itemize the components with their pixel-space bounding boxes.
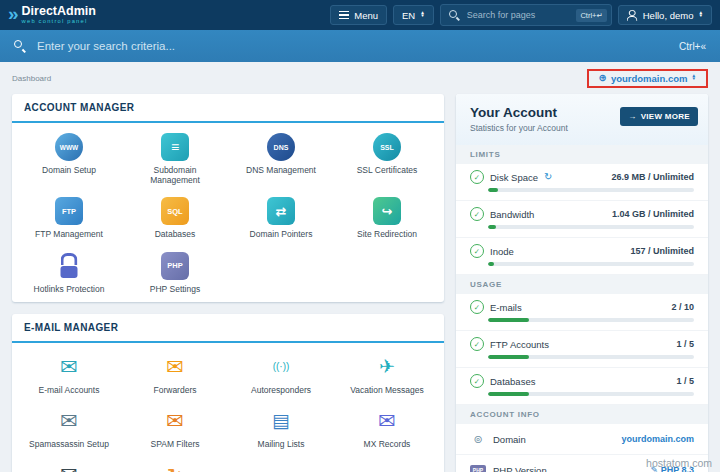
tool-spam-filters[interactable]: ✉SPAM Filters	[122, 407, 228, 449]
search-icon	[14, 40, 26, 52]
dns-management-icon: DNS	[267, 133, 295, 161]
language-selector[interactable]: EN ▲▼	[393, 5, 434, 25]
tool-ssl-certificates[interactable]: SSLSSL Certificates	[334, 133, 440, 185]
progress-bar	[488, 188, 694, 192]
stat-row-e-mails: ✓E-mails2 / 10	[456, 294, 708, 331]
check-circle-icon: ✓	[470, 300, 484, 314]
info-row-domain: ⊚Domainyourdomain.com	[456, 424, 708, 455]
tool-e-mail-tracking[interactable]: ✉E-mail Tracking	[16, 461, 122, 472]
view-more-button[interactable]: → VIEW MORE	[620, 107, 698, 126]
directadmin-logo-icon: »	[8, 4, 17, 26]
nav-search-shortcut: Ctrl+↵	[576, 9, 606, 22]
stat-row-bandwidth: ✓Bandwidth1.04 GB / Unlimited	[456, 201, 708, 238]
progress-bar	[488, 225, 694, 229]
stat-label: Inode	[490, 246, 514, 257]
tool-label: Subdomain Management	[132, 165, 218, 185]
chevron-updown-icon: ▲▼	[420, 12, 425, 18]
tool-label: Mailing Lists	[258, 439, 305, 449]
search-icon	[449, 10, 460, 21]
user-menu-button[interactable]: Hello, demo ▲▼	[618, 5, 712, 25]
tool-domain-setup[interactable]: WWWDomain Setup	[16, 133, 122, 185]
check-circle-icon: ✓	[470, 170, 484, 184]
brand-name: DirectAdmin	[22, 5, 96, 18]
hotlinks-protection-lock-icon	[55, 252, 83, 280]
tool-mx-records[interactable]: ✉MX Records	[334, 407, 440, 449]
globe-icon: ⊚	[470, 434, 486, 445]
hamburger-icon	[339, 14, 349, 16]
email-tracking-icon: ✉	[55, 461, 83, 472]
spam-filters-icon: ✉	[161, 407, 189, 435]
php-settings-icon: PHP	[161, 252, 189, 280]
menu-button[interactable]: Menu	[330, 5, 387, 25]
refresh-icon[interactable]: ↻	[544, 172, 552, 182]
tool-mailing-lists[interactable]: ▤Mailing Lists	[228, 407, 334, 449]
check-circle-icon: ✓	[470, 337, 484, 351]
tool-domain-pointers[interactable]: ⇄Domain Pointers	[228, 197, 334, 239]
tool-label: Spamassassin Setup	[29, 439, 109, 449]
stat-label: Bandwidth	[490, 209, 534, 220]
info-value[interactable]: yourdomain.com	[621, 434, 694, 444]
brand[interactable]: » DirectAdmin web control panel	[8, 4, 96, 26]
tool-label: Databases	[155, 229, 196, 239]
section-title: E-MAIL MANAGER	[12, 314, 444, 343]
tool-imapsync-migrations[interactable]: ↻IMAPSync Migrations	[122, 461, 228, 472]
your-account-panel: Your Account Statistics for your Account…	[456, 94, 708, 472]
tool-autoresponders[interactable]: ((·))Autoresponders	[228, 353, 334, 395]
tool-label: Domain Setup	[42, 165, 96, 175]
info-label: PHP Version	[493, 465, 547, 472]
your-account-header: Your Account Statistics for your Account…	[456, 94, 708, 145]
chevron-updown-icon: ▲▼	[691, 75, 696, 81]
user-label: Hello, demo	[643, 10, 694, 21]
global-search-bar: Ctrl+«	[0, 30, 720, 62]
tool-label: DNS Management	[246, 165, 316, 175]
tool-forwarders[interactable]: ✉Forwarders	[122, 353, 228, 395]
vacation-messages-icon: ✈	[373, 353, 401, 381]
tool-vacation-messages[interactable]: ✈Vacation Messages	[334, 353, 440, 395]
tool-site-redirection[interactable]: ↪Site Redirection	[334, 197, 440, 239]
stat-value: 1 / 5	[676, 376, 694, 386]
account-stats-column: Your Account Statistics for your Account…	[456, 94, 708, 472]
chevron-updown-icon: ▲▼	[698, 12, 703, 18]
tool-e-mail-accounts[interactable]: ✉E-mail Accounts	[16, 353, 122, 395]
progress-bar	[488, 318, 694, 322]
panel-body: LIMITS✓Disk Space↻26.9 MB / Unlimited✓Ba…	[456, 145, 708, 472]
ssl-certificates-icon: SSL	[373, 133, 401, 161]
tool-hotlinks-protection[interactable]: Hotlinks Protection	[16, 252, 122, 294]
check-circle-icon: ✓	[470, 374, 484, 388]
tool-label: E-mail Accounts	[39, 385, 100, 395]
site-redirection-icon: ↪	[373, 197, 401, 225]
stat-value: 157 / Unlimited	[630, 246, 694, 256]
check-circle-icon: ✓	[470, 244, 484, 258]
mx-records-icon: ✉	[373, 407, 401, 435]
tool-subdomain-management[interactable]: ≡Subdomain Management	[122, 133, 228, 185]
domain-selector[interactable]: ⊕ yourdomain.com ▲▼	[593, 72, 702, 85]
stat-label: Databases	[490, 376, 535, 387]
progress-bar	[488, 355, 694, 359]
brand-tagline: web control panel	[22, 19, 96, 25]
stat-value: 2 / 10	[671, 302, 694, 312]
nav-search-box[interactable]: Ctrl+↵	[440, 4, 612, 26]
tool-php-settings[interactable]: PHPPHP Settings	[122, 252, 228, 294]
forwarders-icon: ✉	[161, 353, 189, 381]
tool-dns-management[interactable]: DNSDNS Management	[228, 133, 334, 185]
global-search-shortcut: Ctrl+«	[679, 41, 706, 52]
tool-label: Forwarders	[154, 385, 197, 395]
stat-row-disk-space: ✓Disk Space↻26.9 MB / Unlimited	[456, 164, 708, 201]
breadcrumb: Dashboard	[12, 74, 51, 83]
global-search-input[interactable]	[35, 39, 670, 53]
tool-databases[interactable]: SQLDatabases	[122, 197, 228, 239]
nav-search-input[interactable]	[465, 9, 572, 21]
tool-ftp-management[interactable]: FTPFTP Management	[16, 197, 122, 239]
red-highlight-annotation: ⊕ yourdomain.com ▲▼	[587, 69, 708, 88]
mailing-lists-icon: ▤	[267, 407, 295, 435]
tool-spamassassin-setup[interactable]: ✉Spamassassin Setup	[16, 407, 122, 449]
panel-heading-account-info: ACCOUNT INFO	[456, 405, 708, 424]
feature-sections-column: ACCOUNT MANAGERWWWDomain Setup≡Subdomain…	[12, 94, 444, 472]
tool-label: Vacation Messages	[350, 385, 424, 395]
tool-label: PHP Settings	[150, 284, 200, 294]
stat-row-inode: ✓Inode157 / Unlimited	[456, 238, 708, 275]
stat-row-ftp-accounts: ✓FTP Accounts1 / 5	[456, 331, 708, 368]
main-content: ACCOUNT MANAGERWWWDomain Setup≡Subdomain…	[0, 92, 720, 472]
imapsync-migrations-icon: ↻	[161, 461, 189, 472]
tool-grid: ✉E-mail Accounts✉Forwarders((·))Autoresp…	[12, 343, 444, 472]
